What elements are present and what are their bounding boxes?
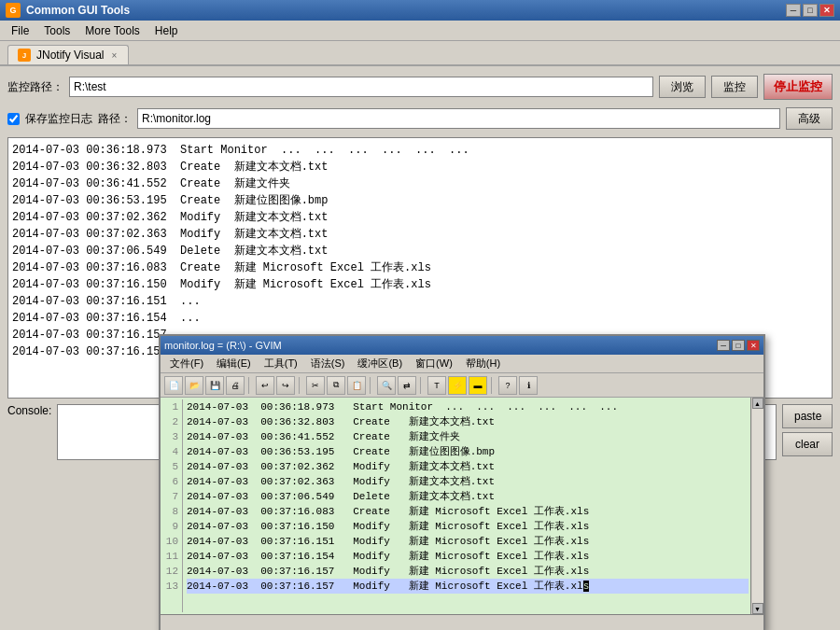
monitor-path-label: 监控路径： [7,79,63,95]
console-label: Console: [7,404,51,460]
tab-icon: J [18,49,31,62]
tab-jnotify[interactable]: J JNotify Visual × [7,45,129,64]
gvim-scroll-down[interactable]: ▼ [752,603,763,614]
gvim-menu-file[interactable]: 文件(F) [164,356,209,371]
gvim-tool-redo[interactable]: ↪ [276,376,295,395]
save-log-label: 保存监控日志 [25,111,92,127]
gvim-text-line: 2014-07-03 00:36:32.803 Create 新建文本文档.tx… [187,414,749,429]
menu-more-tools[interactable]: More Tools [77,22,147,39]
gvim-tool-print[interactable]: 🖨 [226,376,245,395]
gvim-text-line: 2014-07-03 00:37:16.151 Modify 新建 Micros… [187,534,749,549]
console-buttons: paste clear [782,404,833,460]
gvim-text-line: 2014-07-03 00:36:53.195 Create 新建位图图像.bm… [187,444,749,459]
log-line: 2014-07-03 00:37:16.154 ... [12,310,828,327]
browse-button[interactable]: 浏览 [659,76,706,98]
monitor-path-row: 监控路径： 浏览 监控 停止监控 [7,74,833,100]
gvim-tool-open[interactable]: 📂 [185,376,203,395]
paste-button[interactable]: paste [782,404,833,428]
gvim-tool-b3[interactable]: ▬ [469,376,487,395]
gvim-toolbar-sep1 [248,377,252,394]
gvim-title: monitor.log = (R:\) - GVIM [164,340,715,351]
gvim-text-line: 2014-07-03 00:37:02.363 Modify 新建文本文档.tx… [187,474,749,489]
gvim-tool-paste[interactable]: 📋 [347,376,366,395]
gvim-menu-buffer[interactable]: 缓冲区(B) [352,356,408,371]
gvim-tool-save[interactable]: 💾 [205,376,224,395]
gvim-tool-cut[interactable]: ✂ [306,376,325,395]
menu-bar: File Tools More Tools Help [0,21,840,41]
gvim-line-numbers: 12345 678910 111213 [162,399,183,612]
save-log-checkbox[interactable] [7,113,20,125]
log-line: 2014-07-03 00:37:16.151 ... [12,293,828,310]
gvim-menu-edit[interactable]: 编辑(E) [211,356,257,371]
gvim-scroll-up[interactable]: ▲ [752,398,763,409]
title-bar: G Common GUI Tools ─ □ ✕ [0,0,840,21]
gvim-statusbar [161,614,763,630]
gvim-title-bar: monitor.log = (R:\) - GVIM ─ □ ✕ [161,336,763,355]
gvim-text-line: 2014-07-03 00:36:18.973 Start Monitor ..… [187,399,749,414]
gvim-tool-replace[interactable]: ⇄ [398,376,416,395]
gvim-menubar: 文件(F) 编辑(E) 工具(T) 语法(S) 缓冲区(B) 窗口(W) 帮助(… [161,355,763,373]
app-window: G Common GUI Tools ─ □ ✕ File Tools More… [0,0,840,630]
menu-help[interactable]: Help [147,22,186,39]
log-line: 2014-07-03 00:36:32.803 Create 新建文本文档.tx… [12,159,828,175]
monitor-button[interactable]: 监控 [711,76,758,98]
gvim-content: 12345 678910 111213 2014-07-03 00:36:18.… [161,398,750,614]
gvim-text-line: 2014-07-03 00:37:16.157 Modify 新建 Micros… [187,579,749,594]
close-button[interactable]: ✕ [819,4,834,17]
gvim-menu-tools[interactable]: 工具(T) [259,356,303,371]
gvim-scrollbar[interactable]: ▲ ▼ [750,398,763,614]
gvim-menu-window[interactable]: 窗口(W) [410,356,458,371]
gvim-maximize-button[interactable]: □ [732,340,745,351]
gvim-toolbar-sep3 [370,377,373,394]
gvim-tool-b1[interactable]: T [427,376,446,395]
log-line: 2014-07-03 00:37:16.083 Create 新建 Micros… [12,259,828,276]
maximize-button[interactable]: □ [803,4,818,17]
menu-tools[interactable]: Tools [36,22,77,39]
log-path-label: 路径： [98,111,132,127]
log-line: 2014-07-03 00:37:16.150 Modify 新建 Micros… [12,276,828,293]
gvim-toolbar-sep5 [491,377,495,394]
gvim-tool-new[interactable]: 📄 [164,376,183,395]
gvim-tool-copy[interactable]: ⧉ [327,376,345,395]
gvim-minimize-button[interactable]: ─ [717,340,730,351]
gvim-close-button[interactable]: ✕ [747,340,760,351]
gvim-toolbar: 📄 📂 💾 🖨 ↩ ↪ ✂ ⧉ 📋 🔍 ⇄ T ⚡ ▬ ? ℹ [161,373,763,398]
gvim-menu-help[interactable]: 帮助(H) [460,356,506,371]
gvim-tool-undo[interactable]: ↩ [256,376,274,395]
log-line: 2014-07-03 00:37:02.362 Modify 新建文本文档.tx… [12,209,828,226]
gvim-window: monitor.log = (R:\) - GVIM ─ □ ✕ 文件(F) 编… [159,334,765,630]
gvim-text-line: 2014-07-03 00:37:16.157 Modify 新建 Micros… [187,564,749,579]
log-line: 2014-07-03 00:36:41.552 Create 新建文件夹 [12,175,828,192]
gvim-text-line: 2014-07-03 00:37:16.083 Create 新建 Micros… [187,504,749,519]
gvim-tool-help[interactable]: ? [498,376,517,395]
gvim-text-line: 2014-07-03 00:37:02.362 Modify 新建文本文档.tx… [187,459,749,474]
gvim-text-line: 2014-07-03 00:36:41.552 Create 新建文件夹 [187,429,749,444]
advanced-button[interactable]: 高级 [786,107,833,130]
gvim-tool-about[interactable]: ℹ [519,376,538,395]
gvim-text[interactable]: 2014-07-03 00:36:18.973 Start Monitor ..… [187,399,749,612]
monitor-path-input[interactable] [69,77,653,97]
log-line: 2014-07-03 00:37:02.363 Modify 新建文本文档.tx… [12,226,828,243]
tab-close-button[interactable]: × [109,50,119,61]
app-icon: G [6,3,21,18]
gvim-text-line: 2014-07-03 00:37:06.549 Delete 新建文本文档.tx… [187,489,749,504]
gvim-scroll-track[interactable] [752,409,763,603]
clear-button[interactable]: clear [782,432,833,456]
gvim-text-line: 2014-07-03 00:37:16.154 Modify 新建 Micros… [187,549,749,564]
gvim-text-line: 2014-07-03 00:37:16.150 Modify 新建 Micros… [187,519,749,534]
gvim-editor-area: 12345 678910 111213 2014-07-03 00:36:18.… [161,398,763,614]
gvim-tool-b2[interactable]: ⚡ [448,376,467,395]
log-line: 2014-07-03 00:36:18.973 Start Monitor ..… [12,142,828,159]
stop-monitor-button[interactable]: 停止监控 [763,74,833,100]
log-line: 2014-07-03 00:37:06.549 Delete 新建文本文档.tx… [12,243,828,259]
window-controls: ─ □ ✕ [786,4,834,17]
menu-file[interactable]: File [4,22,36,39]
gvim-menu-syntax[interactable]: 语法(S) [305,356,351,371]
minimize-button[interactable]: ─ [786,4,801,17]
log-path-row: 保存监控日志 路径： 高级 [7,107,833,130]
log-path-input[interactable] [137,108,780,129]
log-line: 2014-07-03 00:36:53.195 Create 新建位图图像.bm… [12,192,828,209]
tab-bar: J JNotify Visual × [0,41,840,66]
gvim-tool-find[interactable]: 🔍 [377,376,396,395]
gvim-toolbar-sep4 [420,377,424,394]
